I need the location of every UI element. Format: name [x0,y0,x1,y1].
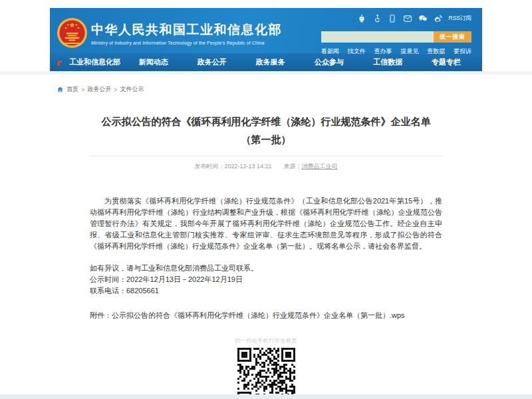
objection-line: 如有异议，请与工业和信息化部消费品工业司联系。 [90,263,442,274]
breadcrumb-home[interactable]: 首页 [66,85,78,94]
nav-item-data[interactable]: 工信数据 [358,57,417,67]
attachment-link[interactable]: 附件：公示拟公告的符合《循环再利用化学纤维（涤纶）行业规范条件》企业名单（第一批… [90,310,442,321]
qr-code [237,348,295,399]
nav-item-ministry[interactable]: 工业和信息化部 [66,57,124,67]
article: 公示拟公告的符合《循环再利用化学纤维（涤纶）行业规范条件》企业名单 （第一批） … [50,112,482,399]
nav-item-participation[interactable]: 公众参与 [300,57,358,67]
quick-link-files[interactable]: 找文件 [348,47,366,56]
quick-links-row: 看新闻 找文件 查办事 提意见 查数据 要投诉 [321,47,471,56]
national-emblem-logo [57,17,88,49]
quick-link-news[interactable]: 看新闻 [321,47,339,56]
publish-meta: 发布时间：2022-12-13 14:21来源：消费品工业司 [90,156,442,177]
mobile-icon[interactable] [388,14,397,23]
accessibility-icon[interactable] [372,14,382,23]
source-label: 来源： [284,163,302,170]
content-area: 首页 > 政务公开 > 文件公示 公示拟公告的符合《循环再利用化学纤维（涤纶）行… [50,74,482,399]
footer-strip [0,394,532,399]
quick-link-complaint[interactable]: 要投诉 [454,47,471,56]
nav-item-topics[interactable]: 专题专栏 [417,57,475,67]
weibo-icon[interactable] [434,14,443,23]
quick-link-suggest[interactable]: 提意见 [400,47,418,56]
site-container: 中华人民共和国工业和信息化部 Ministry of Industry and … [50,8,482,71]
article-paragraph: 为贯彻落实《循环再利用化学纤维（涤纶）行业规范条件》（工业和信息化部公告2021… [90,196,442,252]
quick-link-services[interactable]: 查办事 [374,47,392,56]
quick-link-data[interactable]: 查数据 [427,47,445,56]
breadcrumb-current[interactable]: 文件公示 [120,85,144,94]
nav-item-services[interactable]: 政务服务 [241,57,300,67]
home-icon[interactable] [57,86,64,93]
search-bar: 统一搜索 [321,31,471,43]
site-subtitle: Ministry of Industry and Information Tec… [91,41,282,45]
public-period-line: 公示时间：2022年12月13日－2022年12月19日 [90,274,442,285]
breadcrumb: 首页 > 政务公开 > 文件公示 [50,74,482,94]
nav-item-news[interactable]: 新闻动态 [124,57,183,67]
unified-search-button[interactable]: 统一搜索 [434,31,471,43]
breadcrumb-separator: > [81,86,84,93]
main-nav: e 工业和信息化部 新闻动态 政务公开 政务服务 公众参与 工信数据 专题专栏 [50,53,482,71]
search-input[interactable] [321,31,434,43]
wechat-icon[interactable] [418,14,428,23]
masthead: 中华人民共和国工业和信息化部 Ministry of Industry and … [50,8,482,53]
article-body: 为贯彻落实《循环再利用化学纤维（涤纶）行业规范条件》（工业和信息化部公告2021… [90,196,442,321]
page-title-line1: 公示拟公告的符合《循环再利用化学纤维（涤纶）行业规范条件》企业名单 [90,112,442,130]
site-title: 中华人民共和国工业和信息化部 [91,22,282,38]
phone-line: 联系电话：68205661 [90,285,442,297]
mascot-icon[interactable] [357,14,366,23]
qr-caption: 扫一扫在手机打开当前页 [90,337,442,344]
utility-icon-row: RSS订阅 [321,11,471,27]
site-titles: 中华人民共和国工业和信息化部 Ministry of Industry and … [91,22,282,45]
header-utilities: RSS订阅 统一搜索 看新闻 找文件 查办事 提意见 查数据 要投诉 [321,11,471,56]
gov-e-logo-icon[interactable]: e [57,57,62,68]
publish-time-value: 2022-12-13 14:21 [224,163,271,170]
breadcrumb-separator: > [114,86,117,93]
qr-section: 扫一扫在手机打开当前页 [90,337,442,399]
nav-item-disclosure[interactable]: 政务公开 [183,57,241,67]
publish-time-label: 发布时间： [194,163,224,170]
contact-block: 如有异议，请与工业和信息化部消费品工业司联系。 公示时间：2022年12月13日… [90,263,442,297]
rss-subscribe-link[interactable]: RSS订阅 [449,15,471,23]
source-link[interactable]: 消费品工业司 [302,163,338,170]
page-title: 公示拟公告的符合《循环再利用化学纤维（涤纶）行业规范条件》企业名单 （第一批） [90,112,442,148]
mail-icon[interactable] [403,14,412,23]
breadcrumb-disclosure[interactable]: 政务公开 [87,85,111,94]
page-title-line2: （第一批） [90,130,442,148]
